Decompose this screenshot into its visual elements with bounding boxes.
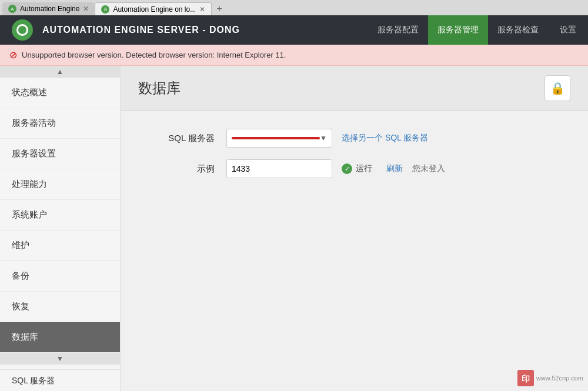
not-logged-in-label: 您未登入 [412,163,469,174]
sidebar-item-sql-server[interactable]: SQL 服务器 [0,369,120,391]
sidebar: ▲ 状态概述 服务器活动 服务器设置 处理能力 系统账户 维护 备份 恢复 数据… [0,66,121,391]
running-check-icon: ✓ [342,163,352,174]
sidebar-scroll-down[interactable]: ▼ [0,353,120,365]
browser-tabs: A Automation Engine ✕ A Automation Engin… [0,0,588,15]
instance-row: 示例 ✓ 运行 刷新 您未登入 [144,159,564,178]
tab2-label: Automation Engine on lo... [113,5,196,14]
select-another-sql-server-link[interactable]: 选择另一个 SQL 服务器 [342,133,428,143]
lock-button[interactable]: 🔒 [544,75,570,101]
status-running: ✓ 运行 [342,163,372,174]
watermark: 印 www.52cnp.com [517,370,583,386]
tab2-close[interactable]: ✕ [199,5,205,14]
running-label: 运行 [356,163,372,174]
settings-button[interactable]: 设置 [560,25,576,35]
sql-server-select[interactable]: ▼ [226,129,332,148]
tab1-close[interactable]: ✕ [83,5,89,13]
browser-tab-1[interactable]: A Automation Engine ✕ [2,2,95,15]
sidebar-item-restore[interactable]: 恢复 [0,292,120,322]
app-title: AUTOMATION ENGINE SERVER - DONG [42,25,368,35]
sidebar-item-database[interactable]: 数据库 [0,322,120,353]
tab1-label: Automation Engine [20,5,79,13]
warning-banner: ⊘ Unsupported browser version. Detected … [0,45,588,66]
instance-input[interactable] [226,159,332,178]
sidebar-item-status-overview[interactable]: 状态概述 [0,78,120,108]
sql-server-label: SQL 服务器 [144,133,215,144]
nav-item-server-config[interactable]: 服务器配置 [368,15,428,45]
content-header: 数据库 🔒 [121,66,588,111]
content-area: 数据库 🔒 SQL 服务器 ▼ 选择另一个 SQL 服务器 示例 [121,66,588,391]
instance-control: ✓ 运行 刷新 您未登入 [226,159,469,178]
warning-message: Unsupported browser version. Detected br… [22,51,286,59]
sql-server-control: ▼ 选择另一个 SQL 服务器 [226,129,428,148]
form-area: SQL 服务器 ▼ 选择另一个 SQL 服务器 示例 ✓ 运行 [121,111,588,208]
sidebar-item-server-settings[interactable]: 服务器设置 [0,139,120,169]
sidebar-item-backup[interactable]: 备份 [0,261,120,292]
top-navbar: AUTOMATION ENGINE SERVER - DONG 服务器配置 服务… [0,15,588,45]
watermark-logo-icon: 印 [517,370,534,386]
sidebar-item-server-activity[interactable]: 服务器活动 [0,108,120,139]
warning-icon: ⊘ [9,49,17,61]
new-tab-button[interactable]: + [212,2,227,15]
refresh-button[interactable]: 刷新 [386,163,403,174]
sql-server-select-value [232,137,320,139]
nav-item-server-check[interactable]: 服务器检查 [488,15,548,45]
svg-text:印: 印 [522,374,530,383]
content-title: 数据库 [138,79,181,98]
main-layout: ▲ 状态概述 服务器活动 服务器设置 处理能力 系统账户 维护 备份 恢复 数据… [0,66,588,391]
app-logo [12,19,33,41]
app-logo-inner [16,24,28,36]
sql-server-row: SQL 服务器 ▼ 选择另一个 SQL 服务器 [144,129,564,148]
select-arrow-icon: ▼ [320,134,327,142]
sidebar-item-maintenance[interactable]: 维护 [0,230,120,261]
nav-items: 服务器配置 服务器管理 服务器检查 [368,15,548,45]
browser-tab-2[interactable]: A Automation Engine on lo... ✕ [95,2,212,15]
nav-item-server-mgmt[interactable]: 服务器管理 [428,15,488,45]
watermark-url: www.52cnp.com [536,375,583,382]
sidebar-item-system-accounts[interactable]: 系统账户 [0,200,120,230]
tab1-icon: A [8,5,16,13]
sidebar-item-processing-capacity[interactable]: 处理能力 [0,169,120,200]
instance-label: 示例 [144,163,215,175]
sidebar-scroll-up[interactable]: ▲ [0,66,120,78]
tab2-icon: A [101,5,109,14]
lock-icon: 🔒 [550,81,565,95]
